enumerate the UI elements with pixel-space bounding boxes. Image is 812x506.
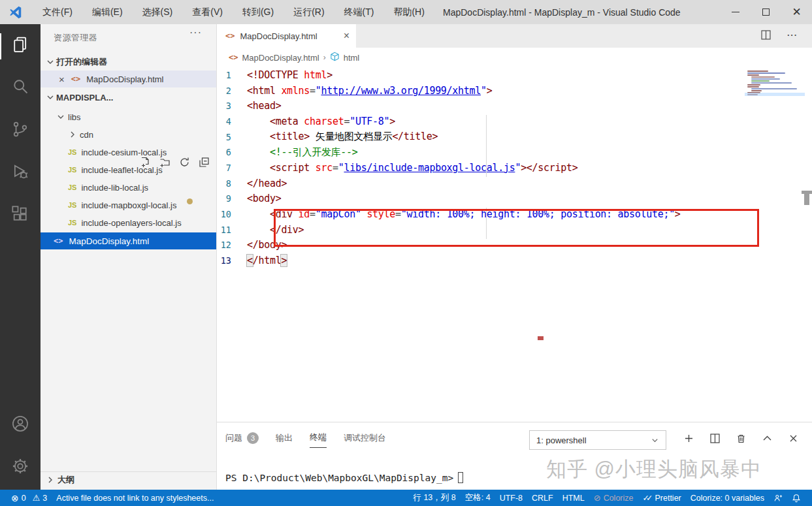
tab-output[interactable]: 输出	[276, 432, 293, 448]
close-editor-icon[interactable]: ×	[59, 74, 65, 85]
maximize-panel-icon[interactable]	[762, 433, 773, 444]
double-check-icon: ✓✓	[643, 493, 650, 503]
tree-item-file[interactable]: JS include-lib-local.js	[41, 179, 216, 196]
more-actions-icon[interactable]: ···	[787, 30, 798, 40]
problems-status[interactable]: ⊗ 0 ⚠ 3	[7, 490, 52, 506]
menu-run[interactable]: 运行(R)	[284, 0, 334, 24]
outline-section-header[interactable]: 大纲	[41, 471, 216, 488]
terminal-prompt: PS D:\Product\Web\MapboxGL\MapDisplay_m>	[225, 473, 453, 483]
tab-problems[interactable]: 问题 3	[225, 432, 259, 448]
menu-terminal[interactable]: 终端(T)	[334, 0, 384, 24]
menu-selection[interactable]: 选择(S)	[133, 0, 183, 24]
breadcrumb-symbol[interactable]: html	[344, 53, 360, 63]
breadcrumb: <> MapDocDisplay.html › html	[217, 48, 812, 67]
line-number: 7	[217, 163, 247, 173]
sidebar-more-actions-icon[interactable]: ···	[189, 27, 202, 39]
feedback-icon[interactable]	[769, 490, 787, 506]
js-file-icon: JS	[68, 219, 76, 227]
open-editors-header[interactable]: 打开的编辑器	[41, 54, 216, 70]
run-debug-icon[interactable]	[11, 163, 29, 181]
tab-debug-console[interactable]: 调试控制台	[344, 432, 386, 448]
errors-icon: ⊗	[11, 493, 19, 503]
menu-edit[interactable]: 编辑(E)	[82, 0, 133, 24]
tab-mapdocdisplay[interactable]: <> MapDocDisplay.html ×	[217, 24, 356, 48]
close-window-button[interactable]: ✕	[781, 0, 812, 24]
settings-gear-icon[interactable]	[11, 457, 29, 475]
window-title: MapDocDisplay.html - MapDisplay_m - Visu…	[443, 0, 681, 24]
slash-circle-icon: ⊘	[594, 493, 601, 503]
line-number: 5	[217, 132, 247, 142]
terminal[interactable]: PS D:\Product\Web\MapboxGL\MapDisplay_m>	[225, 472, 463, 483]
tree-item-file[interactable]: JS include-leaflet-local.js	[41, 161, 216, 178]
annotation-red-dot	[538, 336, 544, 340]
eol-sequence[interactable]: CRLF	[527, 490, 558, 506]
split-editor-icon[interactable]	[760, 29, 771, 40]
tree-item-selected-file[interactable]: <> MapDocDisplay.html	[41, 232, 216, 249]
source-control-icon[interactable]	[11, 120, 29, 138]
scrollbar-handle[interactable]	[802, 191, 812, 205]
account-icon[interactable]	[11, 415, 29, 433]
close-panel-icon[interactable]	[788, 433, 799, 444]
html-file-icon: <>	[54, 236, 63, 245]
extensions-icon[interactable]	[11, 205, 29, 223]
breadcrumb-file[interactable]: MapDocDisplay.html	[242, 53, 319, 63]
tree-item-libs[interactable]: libs	[41, 108, 216, 125]
title-bar: 文件(F) 编辑(E) 选择(S) 查看(V) 转到(G) 运行(R) 终端(T…	[0, 0, 812, 24]
menu-go[interactable]: 转到(G)	[233, 0, 284, 24]
cursor-position[interactable]: 行 13，列 8	[408, 490, 460, 506]
js-file-icon: JS	[68, 183, 76, 191]
active-view-indicator	[0, 33, 1, 59]
chevron-right-icon	[68, 130, 77, 139]
line-number: 3	[217, 101, 247, 111]
tree-item-file[interactable]: JS include-openlayers-local.js	[41, 214, 216, 231]
open-editor-item[interactable]: × <> MapDocDisplay.html	[41, 71, 216, 87]
chevron-down-icon	[46, 93, 55, 102]
colorize-disabled[interactable]: ⊘ Colorize	[589, 490, 638, 506]
tab-terminal[interactable]: 终端	[310, 432, 327, 448]
status-bar: ⊗ 0 ⚠ 3 Active file does not link to any…	[0, 490, 812, 506]
line-number: 4	[217, 116, 247, 127]
chevron-right-icon: ›	[323, 53, 326, 62]
line-number: 8	[217, 178, 247, 189]
chevron-down-icon	[46, 57, 55, 67]
line-number: 1	[217, 70, 247, 80]
menu-help[interactable]: 帮助(H)	[383, 0, 434, 24]
html-symbol-icon	[330, 52, 340, 63]
watermark: 知乎 @小理头脑风暴中	[546, 456, 762, 483]
tree-item-file[interactable]: JS include-mapboxgl-local.js	[41, 197, 216, 213]
new-terminal-icon[interactable]	[683, 433, 694, 444]
terminal-shell-select[interactable]: 1: powershell	[529, 430, 666, 450]
colorize-variables[interactable]: Colorize: 0 variables	[686, 490, 769, 506]
stylesheet-message[interactable]: Active file does not link to any stylesh…	[52, 490, 218, 506]
close-tab-icon[interactable]: ×	[344, 30, 349, 42]
maximize-button[interactable]	[751, 0, 781, 24]
html-file-icon: <>	[225, 31, 235, 40]
minimize-button[interactable]	[720, 0, 751, 24]
prettier-status[interactable]: ✓✓ Prettier	[638, 490, 686, 506]
kill-terminal-icon[interactable]	[736, 433, 747, 444]
line-number: 6	[217, 147, 247, 157]
menu-file[interactable]: 文件(F)	[33, 0, 82, 24]
tree-item-file[interactable]: JS include-cesium-local.js	[41, 144, 216, 161]
encoding[interactable]: UTF-8	[495, 490, 527, 506]
tree-item-cdn[interactable]: cdn	[41, 126, 216, 143]
html-file-icon: <>	[71, 74, 80, 84]
notifications-bell-icon[interactable]	[787, 490, 805, 506]
sidebar-title: 资源管理器	[54, 32, 97, 44]
search-icon[interactable]	[11, 77, 29, 95]
workspace-folder-header[interactable]: MAPDISPLA...	[41, 89, 216, 105]
menu-view[interactable]: 查看(V)	[182, 0, 233, 24]
indent-guide	[486, 115, 487, 177]
indentation[interactable]: 空格: 4	[461, 490, 495, 506]
line-number: 12	[217, 240, 247, 250]
annotation-red-rectangle	[274, 209, 759, 247]
language-mode[interactable]: HTML	[558, 490, 589, 506]
editor-tab-bar: <> MapDocDisplay.html × ···	[217, 24, 812, 48]
minimap-current-line	[745, 93, 805, 96]
js-file-icon: JS	[68, 201, 76, 209]
explorer-icon[interactable]	[11, 35, 29, 54]
warnings-icon: ⚠	[33, 493, 41, 503]
split-terminal-icon[interactable]	[709, 433, 721, 444]
js-file-icon: JS	[68, 166, 76, 174]
explorer-sidebar: 资源管理器 ··· 打开的编辑器 × <> MapDocDisplay.html…	[41, 24, 217, 490]
